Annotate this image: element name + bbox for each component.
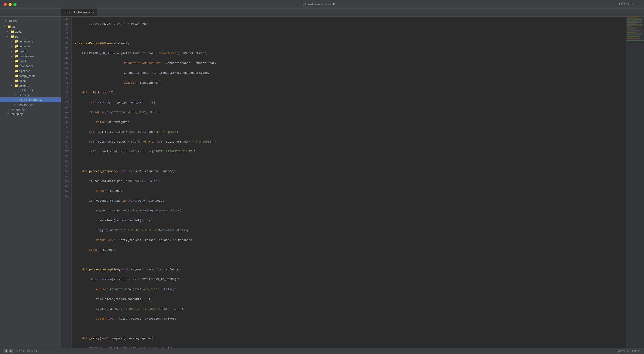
- nav-forward-button[interactable]: ▶: [9, 349, 14, 353]
- code-line-25: request.meta["proxy"] = proxy_addr: [75, 21, 626, 26]
- line-num: 59: [64, 184, 69, 189]
- folder-label: pipelines: [19, 69, 30, 73]
- line-num: 30: [64, 41, 69, 46]
- sidebar-item-pipelines[interactable]: ▸ 📁 pipelines: [0, 68, 60, 73]
- main-area: FOLDERS ▾ 📁 ptt ▸ 📁 .idea ▾ 📁 ptt ▸: [0, 16, 644, 348]
- folder-label: scrapy_redis: [19, 74, 35, 77]
- sidebar-item-monitor[interactable]: ▸ 📁 monitor: [0, 58, 60, 63]
- code-body[interactable]: request.meta["proxy"] = proxy_addr class…: [72, 16, 626, 348]
- registration-status: UNREGISTERED: [619, 3, 640, 6]
- code-line-58: retries = request.meta.get('retry_times'…: [75, 346, 626, 348]
- fold-arrow: ▸: [11, 65, 14, 67]
- sidebar-item-scrapy-redis[interactable]: ▸ 📁 scrapy_redis: [0, 73, 60, 78]
- code-line-55: return self._retry(request, exception, s…: [75, 317, 626, 321]
- fold-arrow: ▸: [11, 75, 14, 77]
- cursor-position: Line 1, Column 1: [17, 350, 37, 353]
- sidebar-item-select[interactable]: ▸ 📁 select: [0, 78, 60, 83]
- code-line-47: return self._retry(request, reason, spid…: [75, 238, 626, 243]
- folder-icon: 📁: [11, 30, 14, 33]
- code-line-52: and not request.meta.get('dont_retry', F…: [75, 287, 626, 292]
- sidebar-item-spiders[interactable]: ▾ 📁 spiders: [0, 83, 60, 88]
- sidebar-item-middleware[interactable]: ▸ 📁 middleware: [0, 54, 60, 58]
- line-num: 42: [64, 100, 69, 105]
- close-button[interactable]: [4, 3, 7, 6]
- titlebar: ⌐ ptt_middleware.py — ptt UNREGISTERED: [0, 0, 644, 8]
- navigation-arrows: ◀ ▶: [4, 349, 14, 353]
- line-num: 35: [64, 66, 69, 71]
- nav-back-button[interactable]: ◀: [4, 349, 8, 353]
- language-mode: Python: [632, 350, 640, 353]
- sidebar-item-inject[interactable]: ▸ 📁 inject: [0, 49, 60, 54]
- status-bar: ◀ ▶ Line 1, Column 1 Spaces: 4 Python: [0, 348, 644, 354]
- line-num: 26: [64, 21, 69, 26]
- sidebar-item-settings-py[interactable]: /* settings.py: [0, 102, 60, 107]
- line-num: 61: [64, 194, 69, 198]
- line-num: 55: [64, 164, 69, 169]
- line-num: 46: [64, 120, 69, 125]
- status-right: Spaces: 4 Python: [616, 350, 640, 353]
- code-line-26: [75, 31, 626, 36]
- line-num: 53: [64, 154, 69, 159]
- code-line-38: self.priority_adjust = self.settings['RE…: [75, 149, 626, 154]
- sidebar-item-ptt-middleware-py[interactable]: /* ptt_middleware.py: [0, 97, 60, 102]
- folder-icon: 📁: [14, 84, 18, 87]
- folder-label: inject: [19, 50, 26, 53]
- folder-icon: 📁: [11, 35, 14, 38]
- sidebar-tree: ▾ 📁 ptt ▸ 📁 .idea ▾ 📁 ptt ▸ 📁 commands: [0, 24, 60, 116]
- file-icon: □: [7, 108, 11, 111]
- line-num: 38: [64, 80, 69, 85]
- fold-arrow: ▾: [7, 35, 11, 38]
- file-label: settings.py: [19, 103, 33, 106]
- folder-label: middleware: [19, 54, 34, 58]
- sidebar-item-items-py[interactable]: /* items.py: [0, 93, 60, 97]
- folder-label: ptt: [15, 35, 18, 38]
- sidebar-item-scrapy-cfg[interactable]: □ scrapy.cfg: [0, 107, 60, 111]
- sidebar-item-idea[interactable]: ▸ 📁 .idea: [0, 29, 60, 34]
- sidebar-item-common[interactable]: ▸ 📁 common: [0, 44, 60, 49]
- line-num: 37: [64, 75, 69, 80]
- sidebar-item-newspaper[interactable]: ▸ 📁 newspaper: [0, 63, 60, 68]
- folder-icon: 📁: [14, 59, 18, 63]
- fold-arrow: ▸: [11, 70, 14, 72]
- line-num: 25: [64, 16, 69, 21]
- file-icon: /*: [14, 103, 18, 106]
- sidebar-item-ptt-sub[interactable]: ▾ 📁 ptt: [0, 34, 60, 39]
- line-num: 43: [64, 105, 69, 110]
- sidebar: FOLDERS ▾ 📁 ptt ▸ 📁 .idea ▾ 📁 ptt ▸: [0, 16, 61, 348]
- line-num: 45: [64, 115, 69, 120]
- tab-label: ptt_middleware.py: [67, 11, 90, 14]
- file-type-icon: /*: [64, 11, 65, 14]
- code-line-32: def __init__(self):: [75, 90, 626, 95]
- sidebar-item-commands[interactable]: ▸ 📁 commands: [0, 39, 60, 44]
- fold-arrow: ▸: [7, 30, 11, 33]
- folder-icon: 📁: [14, 49, 18, 53]
- code-line-40: def process_response(self, request, resp…: [75, 169, 626, 174]
- code-editor[interactable]: 25 26 27 28 29 30 31 32 33 34 35 36 37 3…: [61, 16, 626, 348]
- tab-ptt-middleware[interactable]: /* ptt_middleware.py ×: [61, 8, 97, 16]
- minimize-button[interactable]: [8, 3, 12, 6]
- sidebar-item-init-py[interactable]: /* __init__.py: [0, 88, 60, 93]
- folder-label: newspaper: [19, 64, 33, 68]
- indentation-setting: Spaces: 4: [616, 350, 628, 353]
- fold-arrow: ▸: [11, 79, 14, 82]
- maximize-button[interactable]: [14, 3, 16, 6]
- file-label: items.py: [19, 93, 30, 97]
- file-icon: /*: [7, 113, 11, 115]
- line-num: 27: [64, 26, 69, 31]
- line-num: 54: [64, 159, 69, 164]
- code-line-42: return response: [75, 189, 626, 194]
- code-line-41: if request.meta.get('dont_retry', False)…: [75, 179, 626, 184]
- fold-arrow: ▸: [11, 45, 14, 48]
- code-line-36: self.max_retry_times = self.settings['RE…: [75, 130, 626, 135]
- status-left: ◀ ▶ Line 1, Column 1: [4, 349, 37, 353]
- line-num: 50: [64, 139, 69, 144]
- folder-label: spiders: [19, 84, 28, 87]
- folder-label: .idea: [15, 30, 22, 33]
- code-line-56: [75, 326, 626, 331]
- fold-arrow: ▸: [11, 40, 14, 43]
- tab-close-button[interactable]: ×: [92, 11, 94, 14]
- sidebar-item-ptt-root[interactable]: ▾ 📁 ptt: [0, 24, 60, 29]
- code-line-49: [75, 258, 626, 262]
- sidebar-item-setup-py[interactable]: /* setup.py: [0, 111, 60, 116]
- file-label: ptt_middleware.py: [19, 98, 42, 101]
